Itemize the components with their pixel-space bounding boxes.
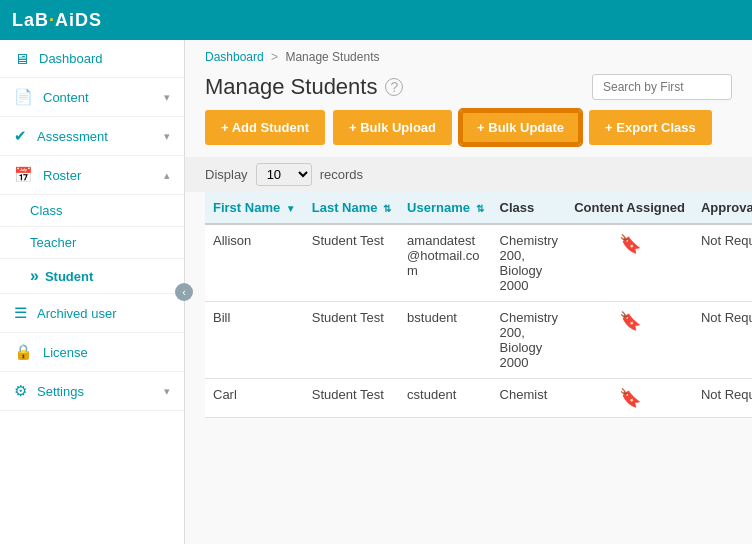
sidebar-item-license[interactable]: 🔒 License <box>0 333 184 372</box>
bulk-update-button[interactable]: + Bulk Update <box>460 110 581 145</box>
cell-content-assigned[interactable]: 🔖 <box>566 379 693 418</box>
breadcrumb-current: Manage Students <box>285 50 379 64</box>
sort-icon-last: ⇅ <box>383 203 391 214</box>
col-content-assigned: Content Assigned <box>566 192 693 224</box>
cell-class: Chemistry 200, Biology 2000 <box>492 224 567 302</box>
table-row: Allison Student Test amandatest@hotmail.… <box>205 224 752 302</box>
display-row: Display 10 25 50 100 records <box>185 157 752 192</box>
bulk-upload-button[interactable]: + Bulk Upload <box>333 110 452 145</box>
sidebar-item-content[interactable]: 📄 Content ▾ <box>0 78 184 117</box>
chevron-down-icon: ▾ <box>164 91 170 104</box>
cell-username: cstudent <box>399 379 492 418</box>
table-row: Carl Student Test cstudent Chemist 🔖 Not… <box>205 379 752 418</box>
help-icon[interactable]: ? <box>385 78 403 96</box>
cell-class: Chemist <box>492 379 567 418</box>
main-layout: 🖥 Dashboard 📄 Content ▾ ✔ Assessment ▾ 📅… <box>0 40 752 544</box>
col-class-label: Class <box>500 200 535 215</box>
breadcrumb: Dashboard > Manage Students <box>185 40 752 68</box>
sidebar-sub-label-student: Student <box>45 269 93 284</box>
breadcrumb-home[interactable]: Dashboard <box>205 50 264 64</box>
settings-icon: ⚙ <box>14 382 27 400</box>
col-first-name-label: First Name <box>213 200 280 215</box>
sidebar-label-dashboard: Dashboard <box>39 51 103 66</box>
table-header-row: First Name ▼ Last Name ⇅ Username ⇅ Cl <box>205 192 752 224</box>
sidebar-label-license: License <box>43 345 88 360</box>
roster-icon: 📅 <box>14 166 33 184</box>
sidebar-item-student[interactable]: » Student <box>0 259 184 294</box>
content-assigned-icon[interactable]: 🔖 <box>574 310 685 332</box>
page-title: Manage Students ? <box>205 74 403 100</box>
sidebar-item-assessment[interactable]: ✔ Assessment ▾ <box>0 117 184 156</box>
license-icon: 🔒 <box>14 343 33 361</box>
content-assigned-icon[interactable]: 🔖 <box>574 387 685 409</box>
logo: LaB·AiDS <box>12 10 102 31</box>
cell-last-name: Student Test <box>304 379 399 418</box>
cell-content-assigned[interactable]: 🔖 <box>566 224 693 302</box>
archived-user-icon: ☰ <box>14 304 27 322</box>
search-input[interactable] <box>592 74 732 100</box>
cell-username: amandatest@hotmail.com <box>399 224 492 302</box>
records-label: records <box>320 167 363 182</box>
assessment-icon: ✔ <box>14 127 27 145</box>
page-header: Manage Students ? <box>185 68 752 110</box>
col-last-name[interactable]: Last Name ⇅ <box>304 192 399 224</box>
chevron-down-icon: ▾ <box>164 385 170 398</box>
breadcrumb-separator: > <box>271 50 281 64</box>
sidebar-label-assessment: Assessment <box>37 129 108 144</box>
sidebar-item-settings[interactable]: ⚙ Settings ▾ <box>0 372 184 411</box>
sidebar-label-content: Content <box>43 90 89 105</box>
sidebar-item-roster[interactable]: 📅 Roster ▴ <box>0 156 184 195</box>
sidebar-item-dashboard[interactable]: 🖥 Dashboard <box>0 40 184 78</box>
sidebar-sub-label-class: Class <box>30 203 63 218</box>
col-username-label: Username <box>407 200 470 215</box>
table-row: Bill Student Test bstudent Chemistry 200… <box>205 302 752 379</box>
cell-first-name: Bill <box>205 302 304 379</box>
action-buttons: + Add Student + Bulk Upload + Bulk Updat… <box>185 110 752 157</box>
cell-username: bstudent <box>399 302 492 379</box>
add-student-button[interactable]: + Add Student <box>205 110 325 145</box>
cell-first-name: Allison <box>205 224 304 302</box>
page-title-text: Manage Students <box>205 74 377 100</box>
sidebar-sub-label-teacher: Teacher <box>30 235 76 250</box>
cell-class: Chemistry 200, Biology 2000 <box>492 302 567 379</box>
col-username[interactable]: Username ⇅ <box>399 192 492 224</box>
bullet-icon: » <box>30 267 39 285</box>
col-approval-status-label: Approval Status <box>701 200 752 215</box>
sidebar-item-teacher[interactable]: Teacher <box>0 227 184 259</box>
table-wrap: First Name ▼ Last Name ⇅ Username ⇅ Cl <box>185 192 752 418</box>
sidebar-collapse-button[interactable]: ‹ <box>175 283 193 301</box>
content-icon-nav: 📄 <box>14 88 33 106</box>
chevron-up-icon: ▴ <box>164 169 170 182</box>
chevron-down-icon: ▾ <box>164 130 170 143</box>
sidebar-label-settings: Settings <box>37 384 84 399</box>
cell-approval-status: Not Required <box>693 224 752 302</box>
records-per-page-select[interactable]: 10 25 50 100 <box>256 163 312 186</box>
col-class: Class <box>492 192 567 224</box>
cell-content-assigned[interactable]: 🔖 <box>566 302 693 379</box>
cell-first-name: Carl <box>205 379 304 418</box>
cell-last-name: Student Test <box>304 302 399 379</box>
sidebar-item-archived-user[interactable]: ☰ Archived user <box>0 294 184 333</box>
content-area: Dashboard > Manage Students Manage Stude… <box>185 40 752 544</box>
col-first-name[interactable]: First Name ▼ <box>205 192 304 224</box>
sidebar-wrapper: 🖥 Dashboard 📄 Content ▾ ✔ Assessment ▾ 📅… <box>0 40 185 544</box>
cell-last-name: Student Test <box>304 224 399 302</box>
sidebar-label-roster: Roster <box>43 168 81 183</box>
content-assigned-icon[interactable]: 🔖 <box>574 233 685 255</box>
col-approval-status: Approval Status <box>693 192 752 224</box>
cell-approval-status: Not Required <box>693 379 752 418</box>
dashboard-icon: 🖥 <box>14 50 29 67</box>
sort-icon-username: ⇅ <box>476 203 484 214</box>
app-header: LaB·AiDS <box>0 0 752 40</box>
sidebar-item-class[interactable]: Class <box>0 195 184 227</box>
sidebar-label-archived: Archived user <box>37 306 116 321</box>
export-class-button[interactable]: + Export Class <box>589 110 712 145</box>
col-last-name-label: Last Name <box>312 200 378 215</box>
cell-approval-status: Not Required <box>693 302 752 379</box>
sort-down-icon: ▼ <box>286 203 296 214</box>
col-content-assigned-label: Content Assigned <box>574 200 685 215</box>
display-label: Display <box>205 167 248 182</box>
sidebar: 🖥 Dashboard 📄 Content ▾ ✔ Assessment ▾ 📅… <box>0 40 185 544</box>
students-table: First Name ▼ Last Name ⇅ Username ⇅ Cl <box>205 192 752 418</box>
